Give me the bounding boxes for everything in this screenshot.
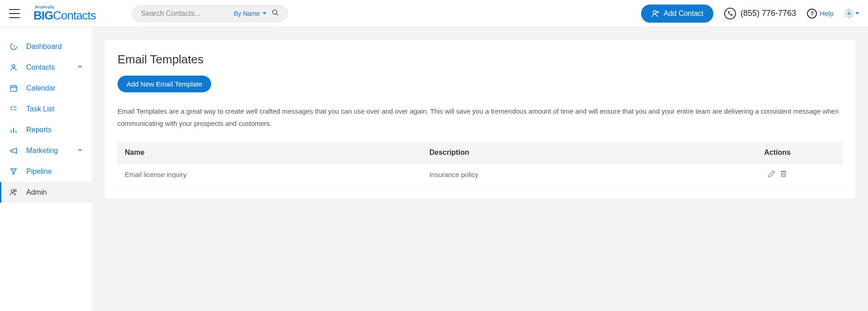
settings-dropdown[interactable] <box>844 9 859 18</box>
phone-text: (855) 776-7763 <box>741 9 796 18</box>
hamburger-menu[interactable] <box>9 9 20 18</box>
cell-description: Insurance policy <box>422 163 712 186</box>
svg-line-7 <box>14 45 15 47</box>
sidebar-item-contacts[interactable]: Contacts <box>0 57 92 78</box>
header-right: Add Contact (855) 776-7763 ? Help <box>641 5 859 23</box>
pipeline-icon <box>9 167 18 176</box>
search-filter-label: By Name <box>234 10 260 17</box>
sidebar-item-dashboard[interactable]: Dashboard <box>0 36 92 57</box>
sidebar-item-label: Reports <box>26 126 52 134</box>
help-label: Help <box>820 10 834 17</box>
trash-icon[interactable] <box>779 170 788 178</box>
page-title: Email Templates <box>118 53 843 67</box>
sidebar-item-calendar[interactable]: Calendar <box>0 78 92 99</box>
calendar-icon <box>9 84 18 92</box>
search-input[interactable] <box>141 10 234 18</box>
sidebar-item-label: Admin <box>26 188 47 196</box>
templates-table: Name Description Actions Email license i… <box>118 142 843 186</box>
sidebar-item-label: Calendar <box>26 84 56 92</box>
header: ProProfs BIGContacts By Name Add Contact… <box>0 0 868 27</box>
dashboard-icon <box>9 43 18 51</box>
logo-big-text: BIGContacts <box>33 10 96 21</box>
reports-icon <box>9 126 18 134</box>
main-content: Email Templates Add New Email Template E… <box>92 27 868 311</box>
sidebar-item-label: Contacts <box>26 63 55 72</box>
svg-rect-9 <box>10 86 17 91</box>
search-icon[interactable] <box>272 9 279 18</box>
tasklist-icon <box>9 105 18 113</box>
sidebar-item-marketing[interactable]: Marketing <box>0 140 92 161</box>
table-row: Email license inquiry Insurance policy <box>118 163 843 186</box>
search-bar: By Name <box>132 5 288 23</box>
gear-icon <box>844 9 854 18</box>
marketing-icon <box>9 147 18 155</box>
chevron-down-icon <box>77 63 83 72</box>
chevron-down-icon <box>77 147 83 155</box>
sidebar-item-tasklist[interactable]: Task List <box>0 99 92 120</box>
svg-point-5 <box>848 12 850 14</box>
sidebar-item-label: Pipeline <box>26 167 52 176</box>
svg-point-0 <box>273 10 277 14</box>
table-header-name: Name <box>118 142 422 163</box>
add-contact-button[interactable]: Add Contact <box>641 5 713 23</box>
sidebar: Dashboard Contacts Calendar Task List <box>0 27 92 311</box>
search-filter-dropdown[interactable]: By Name <box>234 10 266 17</box>
sidebar-item-label: Task List <box>26 105 54 113</box>
page-description: Email Templates are a great way to creat… <box>118 105 843 129</box>
cell-name: Email license inquiry <box>118 163 422 186</box>
svg-point-19 <box>11 190 14 192</box>
logo[interactable]: ProProfs BIGContacts <box>33 5 96 21</box>
content-card: Email Templates Add New Email Template E… <box>105 40 855 199</box>
help-link[interactable]: ? Help <box>807 9 834 19</box>
caret-down-icon <box>263 12 266 14</box>
edit-icon[interactable] <box>768 170 776 178</box>
add-contact-label: Add Contact <box>664 10 703 18</box>
admin-icon <box>9 188 18 196</box>
svg-point-2 <box>653 10 656 14</box>
table-header-actions: Actions <box>712 142 843 163</box>
sidebar-item-reports[interactable]: Reports <box>0 120 92 140</box>
svg-point-8 <box>12 65 15 67</box>
sidebar-item-pipeline[interactable]: Pipeline <box>0 161 92 182</box>
add-template-button[interactable]: Add New Email Template <box>118 76 211 92</box>
table-header-description: Description <box>422 142 712 163</box>
sidebar-item-admin[interactable]: Admin <box>0 182 92 203</box>
svg-point-20 <box>14 190 17 192</box>
svg-line-1 <box>276 14 278 15</box>
phone-icon <box>724 8 736 19</box>
sidebar-item-label: Marketing <box>26 147 58 155</box>
help-icon: ? <box>807 9 817 19</box>
contacts-icon <box>9 63 18 72</box>
person-plus-icon <box>651 9 660 18</box>
cell-actions <box>712 163 843 186</box>
phone-number[interactable]: (855) 776-7763 <box>724 8 796 19</box>
caret-down-icon <box>855 12 859 14</box>
sidebar-item-label: Dashboard <box>26 43 61 51</box>
